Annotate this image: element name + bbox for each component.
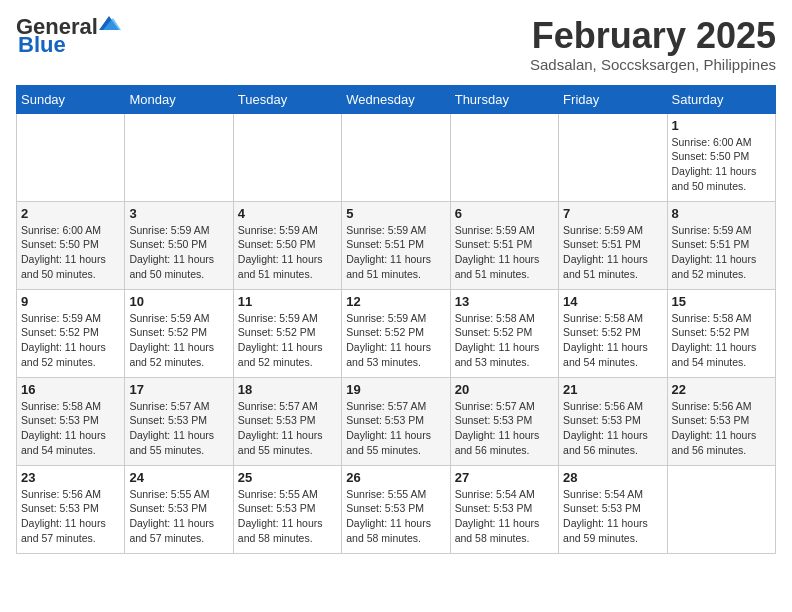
day-info: Sunrise: 5:56 AMSunset: 5:53 PMDaylight:… [21, 487, 120, 546]
day-info: Sunrise: 5:58 AMSunset: 5:52 PMDaylight:… [455, 311, 554, 370]
calendar-day-cell: 20Sunrise: 5:57 AMSunset: 5:53 PMDayligh… [450, 377, 558, 465]
day-number: 15 [672, 294, 771, 309]
day-number: 21 [563, 382, 662, 397]
day-info: Sunrise: 5:55 AMSunset: 5:53 PMDaylight:… [238, 487, 337, 546]
day-info: Sunrise: 5:59 AMSunset: 5:50 PMDaylight:… [129, 223, 228, 282]
calendar-day-cell: 18Sunrise: 5:57 AMSunset: 5:53 PMDayligh… [233, 377, 341, 465]
day-info: Sunrise: 5:57 AMSunset: 5:53 PMDaylight:… [129, 399, 228, 458]
month-title: February 2025 [530, 16, 776, 56]
day-info: Sunrise: 6:00 AMSunset: 5:50 PMDaylight:… [21, 223, 120, 282]
calendar-day-cell: 22Sunrise: 5:56 AMSunset: 5:53 PMDayligh… [667, 377, 775, 465]
calendar-week-row: 16Sunrise: 5:58 AMSunset: 5:53 PMDayligh… [17, 377, 776, 465]
day-number: 18 [238, 382, 337, 397]
calendar-day-cell: 4Sunrise: 5:59 AMSunset: 5:50 PMDaylight… [233, 201, 341, 289]
day-info: Sunrise: 5:55 AMSunset: 5:53 PMDaylight:… [346, 487, 445, 546]
logo-icon [99, 16, 121, 34]
calendar-day-cell [559, 113, 667, 201]
calendar-day-cell: 23Sunrise: 5:56 AMSunset: 5:53 PMDayligh… [17, 465, 125, 553]
day-number: 8 [672, 206, 771, 221]
day-number: 3 [129, 206, 228, 221]
calendar-header-row: SundayMondayTuesdayWednesdayThursdayFrid… [17, 85, 776, 113]
day-number: 27 [455, 470, 554, 485]
calendar-day-cell: 11Sunrise: 5:59 AMSunset: 5:52 PMDayligh… [233, 289, 341, 377]
day-info: Sunrise: 5:58 AMSunset: 5:53 PMDaylight:… [21, 399, 120, 458]
day-info: Sunrise: 5:57 AMSunset: 5:53 PMDaylight:… [238, 399, 337, 458]
day-number: 2 [21, 206, 120, 221]
calendar-day-cell [125, 113, 233, 201]
day-info: Sunrise: 5:59 AMSunset: 5:51 PMDaylight:… [563, 223, 662, 282]
day-info: Sunrise: 5:59 AMSunset: 5:51 PMDaylight:… [672, 223, 771, 282]
calendar-day-cell: 26Sunrise: 5:55 AMSunset: 5:53 PMDayligh… [342, 465, 450, 553]
day-number: 24 [129, 470, 228, 485]
calendar-day-cell: 1Sunrise: 6:00 AMSunset: 5:50 PMDaylight… [667, 113, 775, 201]
logo: General Blue [16, 16, 121, 56]
calendar-table: SundayMondayTuesdayWednesdayThursdayFrid… [16, 85, 776, 554]
page-header: General Blue February 2025 Sadsalan, Soc… [16, 16, 776, 73]
calendar-day-cell: 5Sunrise: 5:59 AMSunset: 5:51 PMDaylight… [342, 201, 450, 289]
day-info: Sunrise: 5:54 AMSunset: 5:53 PMDaylight:… [455, 487, 554, 546]
calendar-week-row: 1Sunrise: 6:00 AMSunset: 5:50 PMDaylight… [17, 113, 776, 201]
day-info: Sunrise: 5:59 AMSunset: 5:50 PMDaylight:… [238, 223, 337, 282]
day-info: Sunrise: 5:59 AMSunset: 5:51 PMDaylight:… [346, 223, 445, 282]
weekday-header-monday: Monday [125, 85, 233, 113]
day-info: Sunrise: 5:59 AMSunset: 5:52 PMDaylight:… [238, 311, 337, 370]
calendar-day-cell [450, 113, 558, 201]
day-info: Sunrise: 5:57 AMSunset: 5:53 PMDaylight:… [455, 399, 554, 458]
calendar-day-cell: 8Sunrise: 5:59 AMSunset: 5:51 PMDaylight… [667, 201, 775, 289]
calendar-week-row: 2Sunrise: 6:00 AMSunset: 5:50 PMDaylight… [17, 201, 776, 289]
day-number: 16 [21, 382, 120, 397]
weekday-header-wednesday: Wednesday [342, 85, 450, 113]
calendar-day-cell: 28Sunrise: 5:54 AMSunset: 5:53 PMDayligh… [559, 465, 667, 553]
calendar-day-cell: 19Sunrise: 5:57 AMSunset: 5:53 PMDayligh… [342, 377, 450, 465]
calendar-day-cell [233, 113, 341, 201]
day-info: Sunrise: 5:59 AMSunset: 5:52 PMDaylight:… [129, 311, 228, 370]
weekday-header-tuesday: Tuesday [233, 85, 341, 113]
day-info: Sunrise: 5:58 AMSunset: 5:52 PMDaylight:… [672, 311, 771, 370]
calendar-day-cell [17, 113, 125, 201]
day-number: 6 [455, 206, 554, 221]
calendar-day-cell: 24Sunrise: 5:55 AMSunset: 5:53 PMDayligh… [125, 465, 233, 553]
day-info: Sunrise: 5:59 AMSunset: 5:52 PMDaylight:… [21, 311, 120, 370]
calendar-week-row: 9Sunrise: 5:59 AMSunset: 5:52 PMDaylight… [17, 289, 776, 377]
day-info: Sunrise: 5:55 AMSunset: 5:53 PMDaylight:… [129, 487, 228, 546]
calendar-week-row: 23Sunrise: 5:56 AMSunset: 5:53 PMDayligh… [17, 465, 776, 553]
calendar-day-cell: 9Sunrise: 5:59 AMSunset: 5:52 PMDaylight… [17, 289, 125, 377]
day-number: 19 [346, 382, 445, 397]
weekday-header-friday: Friday [559, 85, 667, 113]
day-number: 22 [672, 382, 771, 397]
calendar-day-cell: 12Sunrise: 5:59 AMSunset: 5:52 PMDayligh… [342, 289, 450, 377]
calendar-day-cell: 2Sunrise: 6:00 AMSunset: 5:50 PMDaylight… [17, 201, 125, 289]
weekday-header-saturday: Saturday [667, 85, 775, 113]
calendar-day-cell: 27Sunrise: 5:54 AMSunset: 5:53 PMDayligh… [450, 465, 558, 553]
day-info: Sunrise: 6:00 AMSunset: 5:50 PMDaylight:… [672, 135, 771, 194]
day-info: Sunrise: 5:56 AMSunset: 5:53 PMDaylight:… [563, 399, 662, 458]
location-text: Sadsalan, Soccsksargen, Philippines [530, 56, 776, 73]
weekday-header-thursday: Thursday [450, 85, 558, 113]
day-info: Sunrise: 5:59 AMSunset: 5:52 PMDaylight:… [346, 311, 445, 370]
day-number: 9 [21, 294, 120, 309]
day-number: 10 [129, 294, 228, 309]
day-info: Sunrise: 5:58 AMSunset: 5:52 PMDaylight:… [563, 311, 662, 370]
calendar-day-cell: 7Sunrise: 5:59 AMSunset: 5:51 PMDaylight… [559, 201, 667, 289]
calendar-day-cell: 16Sunrise: 5:58 AMSunset: 5:53 PMDayligh… [17, 377, 125, 465]
day-number: 5 [346, 206, 445, 221]
day-number: 13 [455, 294, 554, 309]
calendar-day-cell [667, 465, 775, 553]
calendar-day-cell: 17Sunrise: 5:57 AMSunset: 5:53 PMDayligh… [125, 377, 233, 465]
day-number: 12 [346, 294, 445, 309]
day-number: 11 [238, 294, 337, 309]
weekday-header-sunday: Sunday [17, 85, 125, 113]
logo-blue-text: Blue [18, 34, 66, 56]
calendar-day-cell: 10Sunrise: 5:59 AMSunset: 5:52 PMDayligh… [125, 289, 233, 377]
title-block: February 2025 Sadsalan, Soccsksargen, Ph… [530, 16, 776, 73]
day-info: Sunrise: 5:57 AMSunset: 5:53 PMDaylight:… [346, 399, 445, 458]
day-info: Sunrise: 5:54 AMSunset: 5:53 PMDaylight:… [563, 487, 662, 546]
day-number: 25 [238, 470, 337, 485]
day-number: 1 [672, 118, 771, 133]
day-number: 17 [129, 382, 228, 397]
day-info: Sunrise: 5:59 AMSunset: 5:51 PMDaylight:… [455, 223, 554, 282]
calendar-day-cell: 25Sunrise: 5:55 AMSunset: 5:53 PMDayligh… [233, 465, 341, 553]
day-number: 4 [238, 206, 337, 221]
calendar-day-cell: 15Sunrise: 5:58 AMSunset: 5:52 PMDayligh… [667, 289, 775, 377]
day-number: 14 [563, 294, 662, 309]
